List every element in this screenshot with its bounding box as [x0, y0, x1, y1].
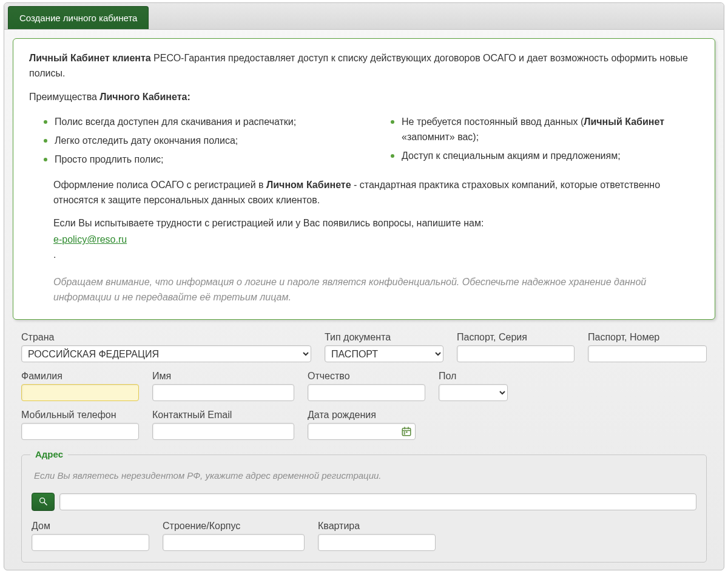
label-country: Страна: [21, 332, 311, 343]
passport-series-input[interactable]: [457, 345, 575, 362]
adv-prefix: Преимущества: [29, 92, 99, 102]
firstname-input[interactable]: [152, 384, 294, 401]
svg-rect-2: [404, 427, 405, 430]
adv-item: Просто продлить полис;: [46, 150, 352, 169]
label-building: Строение/Корпус: [163, 521, 305, 532]
advantages-title: Преимущества Личного Кабинета:: [29, 90, 699, 105]
dot: .: [53, 248, 699, 263]
label-lastname: Фамилия: [21, 371, 139, 382]
advantages-columns: Полис всегда доступен для скачивания и р…: [29, 113, 699, 169]
middlename-input[interactable]: [308, 384, 425, 401]
label-middlename: Отчество: [308, 371, 425, 382]
svg-line-8: [44, 502, 47, 505]
confidentiality-note: Обращаем внимание, что информация о логи…: [29, 275, 699, 305]
phone-input[interactable]: [21, 423, 139, 440]
tab-label: Создание личного кабинета: [19, 13, 137, 23]
label-firstname: Имя: [152, 371, 294, 382]
advantages-left: Полис всегда доступен для скачивания и р…: [29, 113, 352, 169]
label-phone: Мобильный телефон: [21, 410, 139, 421]
tab-create-account[interactable]: Создание личного кабинета: [8, 6, 149, 29]
passport-number-input[interactable]: [588, 345, 707, 362]
address-hint: Если Вы являетесь нерезидентом РФ, укажи…: [34, 470, 696, 481]
content: Личный Кабинет клиента РЕСО-Гарантия пре…: [4, 30, 724, 563]
label-sex: Пол: [439, 371, 508, 382]
house-input[interactable]: [32, 534, 149, 551]
address-search-button[interactable]: [32, 493, 55, 511]
building-input[interactable]: [163, 534, 305, 551]
adv-bold: Личного Кабинета:: [99, 92, 190, 102]
info-panel: Личный Кабинет клиента РЕСО-Гарантия пре…: [13, 38, 715, 320]
search-icon: [38, 496, 48, 508]
info-lead: Личный Кабинет клиента РЕСО-Гарантия пре…: [29, 51, 699, 81]
doc-type-select[interactable]: ПАСПОРТ: [325, 345, 443, 362]
flat-input[interactable]: [318, 534, 436, 551]
advantages-right: Не требуется постоянный ввод данных (Лич…: [376, 113, 699, 169]
address-search-input[interactable]: [59, 493, 696, 510]
info-lead-bold: Личный Кабинет клиента: [29, 53, 151, 63]
svg-rect-4: [404, 431, 405, 433]
info-para3: Если Вы испытываете трудности с регистра…: [53, 216, 699, 231]
sex-select[interactable]: [439, 384, 508, 401]
label-doc-type: Тип документа: [325, 332, 443, 343]
address-fieldset: Адрес Если Вы являетесь нерезидентом РФ,…: [21, 455, 707, 563]
info-para2: Оформление полиса ОСАГО с регистрацией в…: [53, 178, 699, 208]
svg-rect-3: [408, 427, 409, 430]
registration-form: Страна РОССИЙСКАЯ ФЕДЕРАЦИЯ Тип документ…: [13, 320, 715, 452]
label-house: Дом: [32, 521, 149, 532]
adv-item: Не требуется постоянный ввод данных (Лич…: [393, 113, 699, 147]
tab-bar: Создание личного кабинета: [4, 3, 724, 30]
label-flat: Квартира: [318, 521, 436, 532]
adv-item: Доступ к специальным акциям и предложени…: [393, 147, 699, 166]
email-input[interactable]: [152, 423, 294, 440]
lastname-input[interactable]: [21, 384, 139, 401]
support-email-link[interactable]: e-policy@reso.ru: [53, 234, 127, 245]
calendar-icon[interactable]: [401, 426, 412, 437]
label-dob: Дата рождения: [308, 410, 416, 421]
svg-rect-5: [406, 431, 407, 433]
app-window: Создание личного кабинета Личный Кабинет…: [4, 2, 724, 570]
dob-input[interactable]: [308, 423, 416, 440]
label-passport-series: Паспорт, Серия: [457, 332, 575, 343]
adv-item: Легко отследить дату окончания полиса;: [46, 132, 352, 150]
address-legend: Адрес: [30, 449, 68, 459]
country-select[interactable]: РОССИЙСКАЯ ФЕДЕРАЦИЯ: [21, 345, 311, 362]
label-passport-number: Паспорт, Номер: [588, 332, 707, 343]
adv-item: Полис всегда доступен для скачивания и р…: [46, 113, 352, 132]
label-email: Контактный Email: [152, 410, 294, 421]
info-sub: Оформление полиса ОСАГО с регистрацией в…: [29, 178, 699, 263]
svg-rect-6: [404, 433, 405, 434]
